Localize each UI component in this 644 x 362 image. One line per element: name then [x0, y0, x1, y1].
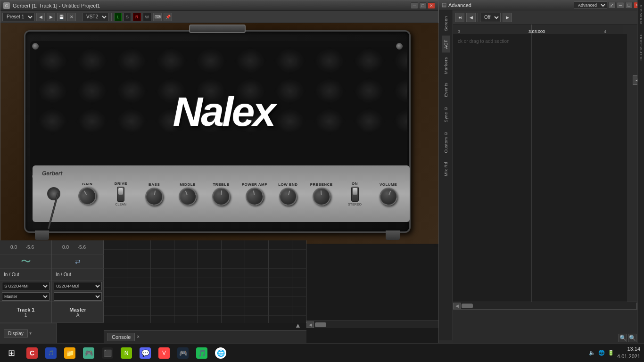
taskbar-chrome[interactable]: 🌐 — [211, 344, 230, 362]
prev-preset-button[interactable]: ◀ — [36, 13, 45, 21]
maximize-button[interactable]: □ — [419, 2, 427, 9]
controls-strip: Gerbert GAIN DRIVE CLEAN — [33, 165, 410, 222]
pin-button[interactable]: 📌 — [164, 13, 172, 21]
input-select-row-left[interactable]: S U22U44MI — [0, 281, 51, 291]
vst-select[interactable]: VST2 — [82, 13, 108, 21]
tab-custom[interactable]: Custom © — [442, 127, 450, 157]
output-select-right[interactable] — [54, 292, 102, 301]
display-button[interactable]: Display — [4, 329, 28, 337]
bass-label: BASS — [149, 182, 160, 187]
zoom-in-button[interactable]: 🔍 — [628, 334, 636, 342]
right-minimize-button[interactable]: ─ — [617, 2, 624, 8]
taskbar-sonar[interactable]: 🎵 — [41, 344, 60, 362]
scroll-left-button[interactable]: ◀ — [306, 321, 314, 328]
output-select-row-right[interactable] — [52, 291, 104, 302]
routing-icon-right[interactable]: ⇄ — [75, 258, 81, 265]
ruler-mark-4: 4 — [604, 29, 606, 34]
fan-blade — [392, 47, 407, 75]
treble-label: TREBLE — [213, 182, 229, 187]
low-end-label: LOW END — [278, 182, 297, 187]
middle-control: MIDDLE — [174, 182, 202, 206]
volume-knob[interactable] — [377, 185, 400, 208]
step-back-button[interactable]: ◀ — [466, 13, 476, 22]
tab-events[interactable]: Events — [442, 79, 450, 101]
bottom-scroll-left[interactable]: ◀ — [453, 303, 461, 309]
add-section-area[interactable]: ck or drag to add section — [453, 34, 627, 302]
taskbar-spotify[interactable]: 🎵 — [192, 344, 211, 362]
right-maximize-button[interactable]: □ — [625, 2, 633, 8]
right-arrow-button[interactable]: ▶ — [503, 13, 512, 22]
taskbar-system-tray: 🔈 🌐 🔋 13:14 4.01.2021 — [589, 346, 644, 360]
taskbar-minecraft[interactable]: 🎮 — [79, 344, 98, 362]
amp-container: Nalex GUI by Luan Albani Gerbert GA — [0, 23, 439, 244]
amp-logo: Nalex — [134, 65, 313, 159]
tab-help-module[interactable]: HELP MODULE — [638, 29, 644, 65]
on-stereo-control: ON STEREO — [341, 181, 369, 206]
volume-control: VOLUME — [374, 182, 402, 206]
volume-icon[interactable]: 🔈 — [589, 350, 595, 356]
input-select-row-right[interactable]: U22U44MDi — [52, 281, 104, 291]
off-select[interactable]: Off — [480, 13, 501, 22]
zoom-out-button[interactable]: 🔍 — [619, 334, 627, 342]
right-panel: cakewalk ▤ Advanced Advanced ⤢ ─ □ ✕ Scr… — [438, 0, 644, 343]
drive-toggle[interactable] — [117, 187, 124, 202]
fan-blade — [75, 47, 108, 75]
power-amp-knob[interactable] — [244, 186, 265, 206]
keyboard-button[interactable]: ⌨ — [153, 13, 162, 21]
low-end-knob[interactable] — [277, 185, 299, 207]
tab-browser[interactable]: BROWSER — [638, 0, 644, 29]
close-button[interactable]: ✕ — [428, 2, 435, 9]
tab-sync[interactable]: Sync © — [442, 102, 450, 126]
save-preset-button[interactable]: 💾 — [57, 13, 66, 21]
tab-mixrd[interactable]: Mix Rd — [442, 158, 450, 180]
taskbar: ⊞ C 🎵 📁 🎮 ⬛ N 💬 V 🎮 🎵 🌐 🔈 🌐 🔋 13:14 4.01… — [0, 343, 644, 362]
output-select-left[interactable]: Master — [2, 292, 50, 301]
right-expand-button[interactable]: ⤢ — [608, 2, 616, 8]
taskbar-discord[interactable]: 💬 — [136, 344, 155, 362]
start-button[interactable]: ⊞ — [0, 344, 23, 362]
input-select-right[interactable]: U22U44MDi — [54, 282, 102, 290]
w-indicator[interactable]: W — [143, 13, 152, 21]
middle-knob[interactable] — [176, 185, 199, 208]
taskbar-nvidia[interactable]: N — [117, 344, 136, 362]
presence-knob[interactable] — [312, 187, 331, 206]
input-select-left[interactable]: S U22U44MI — [2, 282, 50, 290]
stereo-toggle[interactable] — [351, 187, 359, 202]
battery-icon[interactable]: 🔋 — [608, 350, 614, 356]
taskbar-steam[interactable]: 🎮 — [173, 344, 192, 362]
panel-select[interactable]: Advanced — [574, 1, 607, 9]
bottom-horizontal-scroll[interactable]: ◀ ▶ — [453, 302, 644, 310]
taskbar-epic[interactable]: ⬛ — [98, 344, 117, 362]
tab-markers[interactable]: Markers — [442, 53, 450, 78]
treble-knob[interactable] — [211, 187, 231, 206]
track-num-right: A — [76, 313, 80, 318]
console-tab-close[interactable]: × — [137, 334, 140, 339]
scroll-up-arrow[interactable]: ▲ — [291, 321, 305, 330]
minimize-button[interactable]: ─ — [411, 2, 418, 9]
piano-roll-area[interactable] — [104, 240, 306, 323]
taskbar-valorant[interactable]: V — [155, 344, 173, 362]
bottom-scroll-thumb[interactable] — [462, 304, 473, 308]
fan-blade — [75, 107, 108, 135]
waveform-row-left: 〜 — [0, 255, 51, 269]
next-preset-button[interactable]: ▶ — [47, 13, 55, 21]
vertical-tabs: Screen ACT Markers Events Sync © Custom … — [439, 10, 453, 340]
taskbar-explorer[interactable]: 📁 — [60, 344, 79, 362]
waveform-row-right: ⇄ — [52, 255, 104, 269]
rewind-button[interactable]: ⏮ — [455, 13, 464, 22]
tab-screen[interactable]: Screen — [442, 12, 450, 35]
gain-knob[interactable] — [75, 184, 99, 208]
tab-act[interactable]: ACT — [442, 36, 450, 53]
scroll-thumb[interactable] — [315, 322, 326, 327]
preset-select[interactable]: Preset 1 — [2, 13, 34, 21]
l-indicator[interactable]: L — [115, 13, 122, 21]
waveform-icon-left[interactable]: 〜 — [21, 255, 31, 269]
output-select-row-left[interactable]: Master — [0, 291, 51, 302]
delete-preset-button[interactable]: ✕ — [67, 13, 76, 21]
s-indicator[interactable]: S — [124, 13, 131, 21]
r-indicator[interactable]: R — [133, 13, 141, 21]
taskbar-cakewalk[interactable]: C — [23, 344, 41, 362]
bass-knob[interactable] — [144, 186, 165, 206]
console-tab-label[interactable]: Console — [107, 333, 135, 341]
network-icon[interactable]: 🌐 — [598, 350, 605, 356]
